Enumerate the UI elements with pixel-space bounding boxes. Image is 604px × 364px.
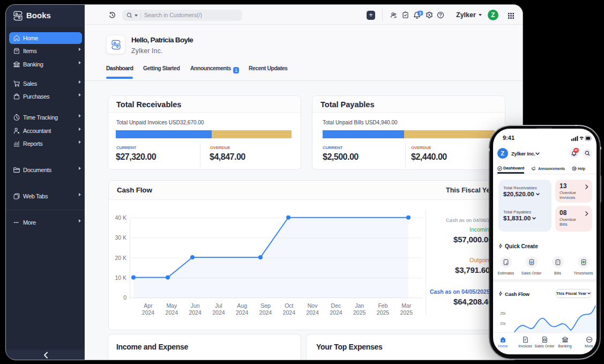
svg-text:Apr: Apr <box>144 302 153 309</box>
svg-text:0: 0 <box>123 294 126 301</box>
svg-text:Mar: Mar <box>401 302 412 309</box>
svg-text:2024: 2024 <box>142 309 155 316</box>
svg-text:2024: 2024 <box>212 309 225 316</box>
svg-text:40 K: 40 K <box>115 214 126 221</box>
svg-text:Sep: Sep <box>260 302 271 309</box>
svg-text:Jan: Jan <box>355 302 364 309</box>
svg-text:30 K: 30 K <box>115 234 126 241</box>
svg-text:Nov: Nov <box>308 302 318 309</box>
svg-text:2024: 2024 <box>166 309 178 316</box>
svg-text:2024: 2024 <box>306 309 319 316</box>
svg-text:2024: 2024 <box>283 309 296 316</box>
svg-text:Feb: Feb <box>378 302 387 309</box>
svg-text:Dec: Dec <box>331 302 341 309</box>
svg-text:2024: 2024 <box>189 309 202 316</box>
svg-text:2024: 2024 <box>259 309 272 316</box>
svg-text:May: May <box>166 302 177 309</box>
svg-text:Aug: Aug <box>237 302 247 309</box>
svg-text:10 K: 10 K <box>115 274 126 281</box>
svg-text:2024: 2024 <box>236 309 249 316</box>
svg-text:Oct: Oct <box>285 302 293 309</box>
svg-text:2025: 2025 <box>353 309 366 316</box>
svg-text:Jun: Jun <box>191 302 200 309</box>
svg-text:2025: 2025 <box>400 309 413 316</box>
svg-text:Jul: Jul <box>215 302 222 309</box>
svg-text:2025: 2025 <box>377 309 390 316</box>
svg-text:2024: 2024 <box>330 309 342 316</box>
svg-text:20 K: 20 K <box>115 255 126 261</box>
